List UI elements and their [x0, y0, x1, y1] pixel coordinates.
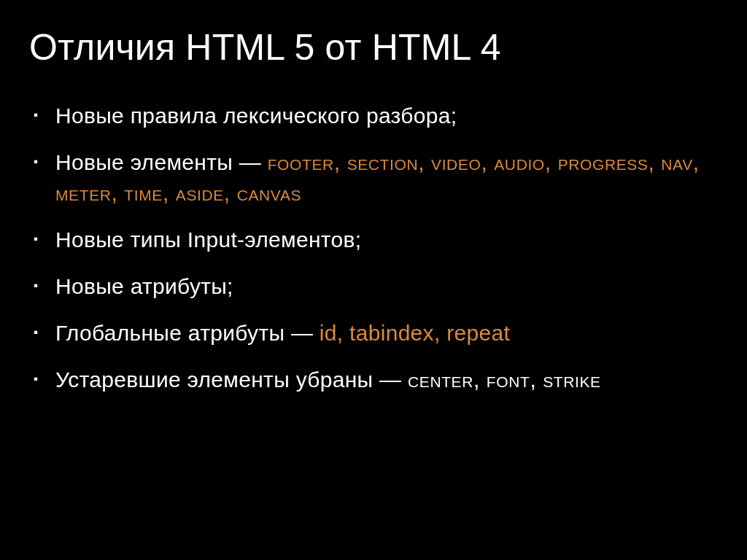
bullet-text: Устаревшие элементы убраны —	[55, 368, 408, 392]
list-item: Новые атрибуты;	[50, 271, 718, 302]
bullet-accent-text: id, tabindex, repeat	[320, 321, 510, 345]
slide-title: Отличия HTML 5 от HTML 4	[29, 26, 718, 69]
bullet-text: Новые элементы —	[55, 150, 268, 174]
bullet-text: Новые типы Input-элементов;	[55, 228, 361, 252]
bullet-text: Глобальные атрибуты —	[55, 321, 320, 345]
bullet-text: Новые атрибуты;	[55, 274, 233, 298]
bullet-text-smallcaps: Center, Font, Strike	[408, 368, 601, 392]
list-item: Новые элементы — Footer, Section, Video,…	[50, 147, 718, 209]
slide: Отличия HTML 5 от HTML 4 Новые правила л…	[0, 0, 747, 560]
list-item: Новые правила лексического разбора;	[50, 101, 718, 131]
list-item: Новые типы Input-элементов;	[50, 225, 718, 255]
bullet-text: Новые правила лексического разбора;	[55, 104, 457, 128]
list-item: Устаревшие элементы убраны — Center, Fon…	[50, 365, 718, 395]
bullet-list: Новые правила лексического разбора; Новы…	[29, 101, 718, 395]
list-item: Глобальные атрибуты — id, tabindex, repe…	[50, 318, 718, 349]
